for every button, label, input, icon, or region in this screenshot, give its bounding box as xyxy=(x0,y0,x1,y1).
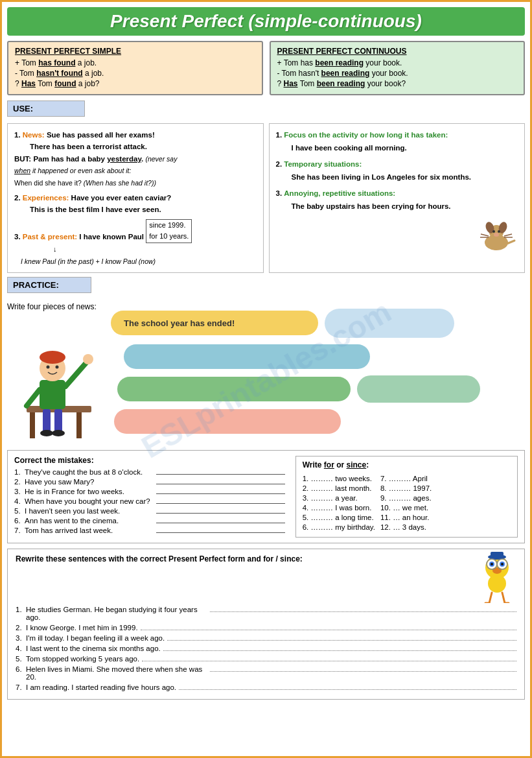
rewrite-section: Rewrite these sentences with the correct… xyxy=(7,549,525,700)
use-left-news-5: When did she have it? (When has she had … xyxy=(14,179,156,187)
svg-point-25 xyxy=(47,365,50,368)
simple-line-1: + Tom has found a job. xyxy=(15,58,255,67)
dog-illustration xyxy=(276,218,518,258)
character-illustration xyxy=(7,322,108,442)
mistake-3: 3. He is in France for two weeks. xyxy=(14,488,285,495)
use-left-exp-2: This is the best film I have ever seen. xyxy=(30,206,161,213)
svg-point-33 xyxy=(501,563,503,565)
svg-rect-22 xyxy=(54,409,62,432)
for-since-2: 2. ……… last month. xyxy=(303,484,375,492)
svg-point-6 xyxy=(494,233,499,237)
use-right-item-2: 2. Temporary situations: She has been li… xyxy=(276,158,518,184)
page-title: Present Perfect (simple-continuous) xyxy=(7,7,525,36)
use-left-news-3: BUT: Pam has had a baby yesterday. (neve… xyxy=(14,155,177,163)
use-left-item-1: 1. News: Sue has passed all her exams! T… xyxy=(14,129,257,189)
rewrite-3: 3. I'm ill today. I began feeling ill a … xyxy=(16,634,516,642)
rewrite-1: 1. He studies German. He began studying … xyxy=(16,606,516,621)
svg-rect-15 xyxy=(40,380,65,409)
for-since-12: 12. … 3 days. xyxy=(380,523,432,531)
rewrite-6: 6. Helen lives in Miami. She moved there… xyxy=(16,665,516,681)
use-left-label-2: Experiences: xyxy=(23,194,69,202)
cont-bold-4: been reading xyxy=(317,79,365,88)
use-left-note: I knew Paul (in the past) + I know Paul … xyxy=(21,257,156,265)
mistake-2: 2. Have you saw Mary? xyxy=(14,478,285,486)
svg-point-35 xyxy=(488,574,506,593)
for-since-1: 1. ……… two weeks. xyxy=(303,475,375,482)
for-since-5: 5. ……… a long time. xyxy=(303,514,375,521)
student-icon xyxy=(7,322,104,445)
simple-line-3: ? Has Tom found a job? xyxy=(15,79,255,88)
arrow-label: ↓ xyxy=(53,245,57,253)
since-for-box: since 1999.for 10 years. xyxy=(146,219,192,243)
for-since-title: Write for or since: xyxy=(303,460,511,469)
svg-rect-41 xyxy=(491,552,503,558)
svg-line-36 xyxy=(489,593,492,603)
continuous-box-title: PRESENT PERFECT CONTINUOUS xyxy=(277,47,518,56)
use-left-news-4: when it happened or even ask about it: xyxy=(14,167,131,174)
for-since-11: 11. … an hour. xyxy=(380,514,432,521)
speech-bubble-4 xyxy=(114,409,341,434)
for-since-8: 8. ……… 1997. xyxy=(380,484,432,492)
rewrite-5: 5. Tom stopped working 5 years ago. xyxy=(16,655,516,663)
svg-point-26 xyxy=(56,365,59,368)
mistake-5: 5. I haven't seen you last week. xyxy=(14,507,285,515)
svg-line-37 xyxy=(502,593,505,603)
speech-bubble-2 xyxy=(124,344,370,369)
for-since-3: 3. ……… a year. xyxy=(303,494,375,502)
mistakes-for-since-section: Correct the mistakes: 1. They've caught … xyxy=(7,450,525,543)
use-right-label-2: Temporary situations: xyxy=(284,160,362,168)
for-since-col-1: 1. ……… two weeks. 2. ……… last month. 3. … xyxy=(303,473,375,533)
svg-rect-13 xyxy=(30,412,35,438)
use-left-news-1: Sue has passed all her exams! xyxy=(47,131,155,139)
simple-bold-1: has found xyxy=(38,58,75,67)
for-since-4: 4. ……… I was born. xyxy=(303,504,375,512)
svg-line-9 xyxy=(504,234,512,236)
continuous-box: PRESENT PERFECT CONTINUOUS + Tom has bee… xyxy=(270,41,526,95)
rewrite-title: Rewrite these sentences with the correct… xyxy=(16,554,472,563)
practice-label: PRACTICE: xyxy=(7,277,91,293)
bubble-row-1: The school year has ended! xyxy=(111,309,525,338)
svg-point-5 xyxy=(498,230,500,233)
for-since-section: Write for or since: 1. ……… two weeks. 2.… xyxy=(295,456,518,538)
use-left-label-1: News: xyxy=(23,131,45,139)
bubble-row-3 xyxy=(111,375,525,403)
use-right-item-1: 1. Focus on the activity or how long it … xyxy=(276,129,518,154)
svg-line-20 xyxy=(27,390,40,406)
speech-bubbles-area: The school year has ended! xyxy=(111,309,525,434)
use-left-label-3: Past & present: xyxy=(23,232,77,240)
practice-section: Write four pieces of news: xyxy=(7,302,525,445)
mistake-1: 1. They've caught the bus at 8 o'clock. xyxy=(14,468,285,476)
right-bubble-2 xyxy=(357,375,480,403)
use-right-sent-2: She has been living in Los Angeles for s… xyxy=(292,173,472,181)
for-since-col-2: 7. ……… April 8. ……… 1997. 9. ……… ages. 1… xyxy=(380,473,432,533)
svg-point-19 xyxy=(83,354,93,364)
svg-point-23 xyxy=(40,430,53,436)
simple-line-2: - Tom hasn't found a job. xyxy=(15,69,255,78)
svg-point-24 xyxy=(52,430,65,436)
use-left-exp-1: Have you ever eaten caviar? xyxy=(71,194,172,202)
rewrite-header-row: Rewrite these sentences with the correct… xyxy=(16,554,516,603)
cont-line-1: + Tom has been reading your book. xyxy=(277,58,518,67)
cont-bold-2: been reading xyxy=(321,69,370,78)
cont-line-3: ? Has Tom been reading your book? xyxy=(277,79,518,88)
svg-line-18 xyxy=(65,361,88,386)
mistake-7: 7. Tom has arrived last week. xyxy=(14,527,285,534)
use-right-sent-3: The baby upstairs has been crying for ho… xyxy=(292,202,451,210)
cont-bold-1: been reading xyxy=(315,58,364,67)
tweety-icon xyxy=(478,551,516,603)
use-right-sent-1: I have been cooking all morning. xyxy=(292,144,407,152)
svg-point-34 xyxy=(492,567,502,574)
cont-bold-3: Has xyxy=(284,79,298,88)
for-since-7: 7. ……… April xyxy=(380,475,432,482)
use-right: 1. Focus on the activity or how long it … xyxy=(269,123,526,273)
bubble-row-2 xyxy=(111,344,525,369)
use-left-past-1: I have known Paul xyxy=(79,232,146,240)
bubble-row-4 xyxy=(111,409,525,434)
use-section: 1. News: Sue has passed all her exams! T… xyxy=(7,123,525,273)
mistake-6: 6. Ann has went to the cinema. xyxy=(14,517,285,525)
rewrite-4: 4. I last went to the cinema six months … xyxy=(16,645,516,652)
speech-bubble-3 xyxy=(117,377,351,401)
use-right-label-3: Annoying, repetitive situations: xyxy=(284,189,395,197)
for-since-6: 6. ……… my birthday. xyxy=(303,523,375,531)
svg-point-17 xyxy=(40,351,65,364)
